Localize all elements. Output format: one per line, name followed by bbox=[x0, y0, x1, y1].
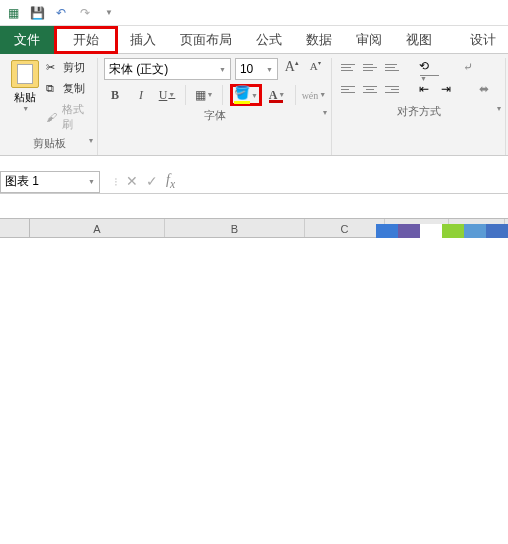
italic-button[interactable]: I bbox=[130, 84, 152, 106]
formula-bar-row: 图表 1 ▼ ⁝ ✕ ✓ fx bbox=[0, 164, 508, 194]
separator bbox=[295, 85, 296, 105]
wrap-text-button[interactable]: ⤶ bbox=[460, 58, 480, 76]
column-header[interactable]: C bbox=[305, 219, 385, 237]
fill-color-button[interactable]: ▼ bbox=[230, 84, 262, 106]
tab-home[interactable]: 开始 bbox=[54, 26, 118, 54]
tab-review[interactable]: 审阅 bbox=[344, 26, 394, 54]
merge-button[interactable]: ⬌ bbox=[476, 80, 496, 98]
align-top-button[interactable] bbox=[338, 58, 358, 76]
swatch bbox=[376, 224, 398, 238]
format-painter-button[interactable]: 🖌格式刷 bbox=[44, 100, 91, 134]
copy-button[interactable]: ⧉复制 bbox=[44, 79, 91, 98]
redo-icon[interactable]: ↷ bbox=[76, 4, 94, 22]
brush-icon: 🖌 bbox=[45, 110, 58, 124]
increase-font-button[interactable]: A▴ bbox=[282, 59, 301, 79]
swatch bbox=[442, 224, 464, 238]
align-center-button[interactable] bbox=[360, 80, 380, 98]
increase-indent-button[interactable]: ⇥ bbox=[438, 80, 458, 98]
tab-insert[interactable]: 插入 bbox=[118, 26, 168, 54]
underline-button[interactable]: U▼ bbox=[156, 84, 178, 106]
font-group: 宋体 (正文) ▼ 10 ▼ A▴ A▾ B I U▼ ▦▼ ▼ A ▼ bbox=[98, 58, 332, 155]
separator: ⁝ bbox=[114, 175, 118, 189]
swatch bbox=[398, 224, 420, 238]
font-family-value: 宋体 (正文) bbox=[109, 61, 168, 78]
chevron-down-icon: ▼ bbox=[207, 91, 214, 99]
orientation-button[interactable]: ⟲▼ bbox=[416, 58, 442, 76]
align-group-label: 对齐方式 bbox=[338, 102, 499, 121]
swatch bbox=[464, 224, 486, 238]
cut-label: 剪切 bbox=[62, 59, 86, 76]
align-bottom-button[interactable] bbox=[382, 58, 402, 76]
phonetic-label: wén bbox=[302, 90, 319, 101]
format-painter-label: 格式刷 bbox=[61, 101, 90, 133]
confirm-formula-button[interactable]: ✓ bbox=[146, 173, 158, 189]
font-group-label: 字体 bbox=[104, 106, 325, 125]
align-group: ⟲▼ ⤶ ⇤ ⇥ ⬌ 对齐方式 bbox=[332, 58, 506, 155]
chevron-down-icon: ▼ bbox=[22, 105, 29, 112]
swatch bbox=[486, 224, 508, 238]
paste-label: 粘贴 bbox=[14, 90, 36, 105]
tab-data[interactable]: 数据 bbox=[294, 26, 344, 54]
font-family-select[interactable]: 宋体 (正文) ▼ bbox=[104, 58, 231, 80]
separator bbox=[222, 85, 223, 105]
chevron-down-icon: ▼ bbox=[278, 91, 285, 99]
font-color-button[interactable]: A ▼ bbox=[266, 84, 288, 106]
align-right-button[interactable] bbox=[382, 80, 402, 98]
clipboard-group-label: 剪贴板 bbox=[8, 134, 91, 153]
tab-view[interactable]: 视图 bbox=[394, 26, 444, 54]
quick-access-toolbar: ▦ 💾 ↶ ↷ ▼ 图表 bbox=[0, 0, 508, 26]
chevron-down-icon: ▼ bbox=[266, 66, 273, 73]
font-size-select[interactable]: 10 ▼ bbox=[235, 58, 278, 80]
save-icon[interactable]: 💾 bbox=[28, 4, 46, 22]
phonetic-button[interactable]: wén▼ bbox=[303, 84, 325, 106]
chevron-down-icon: ▼ bbox=[88, 178, 95, 185]
paint-bucket-icon bbox=[234, 88, 250, 102]
scissors-icon: ✂ bbox=[45, 61, 59, 75]
excel-icon: ▦ bbox=[4, 4, 22, 22]
chevron-down-icon: ▼ bbox=[219, 66, 226, 73]
cancel-formula-button[interactable]: ✕ bbox=[126, 173, 138, 189]
undo-icon[interactable]: ↶ bbox=[52, 4, 70, 22]
font-size-value: 10 bbox=[240, 62, 253, 76]
chevron-down-icon: ▼ bbox=[420, 75, 439, 76]
name-box-value: 图表 1 bbox=[5, 173, 39, 190]
swatch bbox=[420, 224, 442, 238]
ribbon: 粘贴 ▼ ✂剪切 ⧉复制 🖌格式刷 剪贴板 宋体 (正文) ▼ 10 ▼ A▴ … bbox=[0, 54, 508, 156]
bold-button[interactable]: B bbox=[104, 84, 126, 106]
separator bbox=[185, 85, 186, 105]
clipboard-group: 粘贴 ▼ ✂剪切 ⧉复制 🖌格式刷 剪贴板 bbox=[2, 58, 98, 155]
chevron-down-icon: ▼ bbox=[251, 92, 258, 99]
copy-icon: ⧉ bbox=[45, 82, 59, 96]
select-all-corner[interactable] bbox=[0, 219, 30, 237]
cut-button[interactable]: ✂剪切 bbox=[44, 58, 91, 77]
worksheet: A B C D E 1 2 3 4 5 6 7 8 9 10 11 12 13 … bbox=[0, 218, 508, 238]
align-left-button[interactable] bbox=[338, 80, 358, 98]
chevron-down-icon: ▼ bbox=[168, 91, 175, 99]
fx-icon[interactable]: fx bbox=[166, 172, 175, 191]
tab-design[interactable]: 设计 bbox=[458, 26, 508, 54]
paste-icon bbox=[11, 60, 39, 88]
align-middle-button[interactable] bbox=[360, 58, 380, 76]
font-color-icon: A bbox=[269, 88, 278, 103]
tab-file[interactable]: 文件 bbox=[0, 26, 54, 54]
tab-page-layout[interactable]: 页面布局 bbox=[168, 26, 244, 54]
decrease-indent-button[interactable]: ⇤ bbox=[416, 80, 436, 98]
name-box[interactable]: 图表 1 ▼ bbox=[0, 171, 100, 193]
color-swatches bbox=[376, 224, 508, 238]
column-header[interactable]: B bbox=[165, 219, 305, 237]
decrease-font-button[interactable]: A▾ bbox=[306, 59, 325, 79]
paste-button[interactable]: 粘贴 ▼ bbox=[8, 58, 42, 134]
chevron-down-icon: ▼ bbox=[319, 91, 326, 99]
qat-dropdown-icon[interactable]: ▼ bbox=[100, 4, 118, 22]
column-header[interactable]: A bbox=[30, 219, 165, 237]
border-button[interactable]: ▦▼ bbox=[193, 84, 215, 106]
ribbon-tabs: 文件 开始 插入 页面布局 公式 数据 审阅 视图 设计 bbox=[0, 26, 508, 54]
copy-label: 复制 bbox=[62, 80, 86, 97]
tab-formula[interactable]: 公式 bbox=[244, 26, 294, 54]
